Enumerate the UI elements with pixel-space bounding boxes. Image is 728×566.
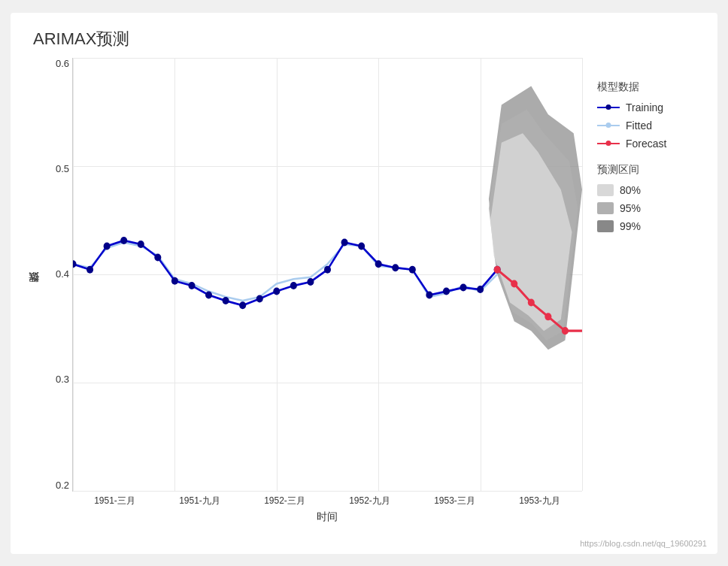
y-tick-05: 0.5 [39, 163, 69, 174]
dot [138, 240, 144, 247]
legend-training-dot [606, 104, 611, 110]
legend-training-line [597, 107, 620, 108]
fitted-line [73, 242, 497, 301]
forecast-dot [544, 313, 551, 320]
legend-99-label: 99% [620, 220, 641, 232]
y-ticks: 0.6 0.5 0.4 0.3 0.2 [39, 58, 69, 491]
x-label-3: 1952-三月 [264, 495, 305, 507]
dot [73, 260, 77, 268]
dot [223, 297, 229, 304]
legend-item-training: Training [597, 101, 702, 114]
forecast-dot [528, 298, 535, 306]
dot [426, 291, 432, 298]
gridline-h5 [73, 491, 582, 492]
dot [358, 242, 365, 250]
forecast-dot [511, 280, 517, 287]
dot [290, 282, 297, 289]
dot [307, 278, 314, 286]
legend-band-95 [597, 202, 614, 214]
y-tick-06: 0.6 [39, 58, 69, 69]
legend-95-label: 95% [620, 202, 641, 214]
x-label-1: 1951-三月 [94, 495, 135, 507]
legend-fitted-dot [606, 123, 611, 128]
dot [239, 301, 246, 309]
x-axis-labels: 1951-三月 1951-九月 1952-三月 1952-九月 1953-三月 … [72, 495, 582, 507]
chart-main: 0.6 0.5 0.4 0.3 0.2 [42, 58, 582, 524]
chart-area: 数据 0.6 0.5 0.4 0.3 0.2 [26, 58, 702, 524]
legend-band-80 [597, 184, 614, 196]
dot [375, 260, 382, 268]
legend-item-forecast: Forecast [597, 138, 702, 150]
x-label-5: 1953-三月 [434, 495, 475, 507]
legend-interval-title: 预测区间 [597, 163, 702, 177]
dot [409, 265, 416, 273]
watermark: https://blog.csdn.net/qq_19600291 [580, 539, 707, 548]
chart-title: ARIMAX预测 [33, 28, 702, 50]
dot [392, 264, 399, 271]
x-label-2: 1951-九月 [179, 495, 220, 507]
dot [171, 277, 178, 284]
y-tick-02: 0.2 [39, 480, 69, 491]
legend-item-80: 80% [597, 184, 702, 196]
x-label-6: 1953-九月 [519, 495, 560, 507]
forecast-dot [494, 265, 501, 273]
x-label-4: 1952-九月 [349, 495, 390, 507]
legend-item-95: 95% [597, 202, 702, 214]
legend-item-99: 99% [597, 220, 702, 232]
legend-forecast-label: Forecast [626, 138, 666, 150]
chart-svg [73, 58, 582, 491]
legend-area: 模型数据 Training Fitted Forecast [582, 58, 702, 524]
forecast-dot [562, 327, 569, 334]
dot [205, 291, 212, 298]
dot [188, 282, 195, 289]
legend-model-title: 模型数据 [597, 80, 702, 94]
legend-item-fitted: Fitted [597, 120, 702, 132]
dot [324, 265, 331, 273]
dot [120, 236, 127, 244]
gridline-v6 [582, 58, 583, 491]
y-tick-03: 0.3 [39, 374, 69, 385]
dot [86, 265, 93, 273]
dot [104, 242, 111, 250]
chart-card: ARIMAX预测 数据 0.6 0.5 0.4 0.3 0.2 [11, 13, 717, 554]
legend-fitted-label: Fitted [626, 120, 652, 132]
dot [443, 287, 450, 295]
dot [154, 253, 161, 261]
dot [256, 295, 263, 302]
legend-forecast-line [597, 143, 620, 144]
y-tick-04: 0.4 [39, 268, 69, 280]
x-axis-title: 时间 [72, 510, 582, 524]
legend-training-label: Training [626, 101, 663, 114]
dot [341, 238, 348, 246]
y-axis-label: 数据 [26, 58, 41, 524]
dot [460, 283, 467, 291]
plot-area: 0.6 0.5 0.4 0.3 0.2 [72, 58, 582, 492]
dot [477, 286, 484, 293]
legend-band-99 [597, 220, 614, 232]
legend-fitted-line [597, 125, 620, 126]
dot [273, 287, 280, 295]
legend-80-label: 80% [620, 184, 641, 196]
legend-forecast-dot [606, 141, 611, 146]
